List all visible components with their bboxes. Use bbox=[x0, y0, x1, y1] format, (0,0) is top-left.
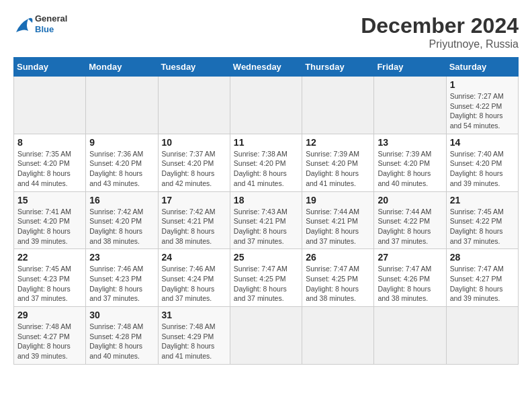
day-number: 16 bbox=[89, 195, 154, 205]
location: Priyutnoye, Russia bbox=[361, 38, 519, 50]
calendar-cell: 31 Sunrise: 7:48 AM Sunset: 4:29 PM Dayl… bbox=[158, 307, 230, 365]
day-number: 25 bbox=[234, 252, 298, 263]
dow-header-monday: Monday bbox=[86, 58, 158, 77]
day-number: 21 bbox=[450, 195, 515, 205]
calendar-cell bbox=[230, 307, 302, 365]
title-block: December 2024 Priyutnoye, Russia bbox=[361, 13, 519, 50]
calendar-cell: 23 Sunrise: 7:46 AM Sunset: 4:23 PM Dayl… bbox=[86, 249, 158, 307]
calendar-cell: 29 Sunrise: 7:48 AM Sunset: 4:27 PM Dayl… bbox=[14, 307, 86, 365]
day-info: Sunrise: 7:47 AM Sunset: 4:26 PM Dayligh… bbox=[378, 264, 442, 304]
day-info: Sunrise: 7:48 AM Sunset: 4:28 PM Dayligh… bbox=[89, 322, 154, 361]
calendar-cell bbox=[446, 307, 518, 365]
page-header: General Blue December 2024 Priyutnoye, R… bbox=[13, 13, 519, 50]
calendar-cell: 14 Sunrise: 7:40 AM Sunset: 4:20 PM Dayl… bbox=[446, 134, 518, 191]
calendar-cell: 1 Sunrise: 7:27 AM Sunset: 4:22 PM Dayli… bbox=[446, 77, 518, 134]
day-number: 9 bbox=[89, 137, 154, 148]
dow-header-thursday: Thursday bbox=[302, 58, 374, 77]
day-number: 23 bbox=[89, 252, 154, 263]
day-number: 15 bbox=[17, 195, 82, 205]
day-number: 31 bbox=[162, 310, 226, 320]
day-info: Sunrise: 7:42 AM Sunset: 4:20 PM Dayligh… bbox=[89, 207, 154, 246]
day-number: 12 bbox=[306, 137, 370, 148]
calendar-cell: 19 Sunrise: 7:44 AM Sunset: 4:21 PM Dayl… bbox=[302, 191, 374, 249]
calendar-cell: 27 Sunrise: 7:47 AM Sunset: 4:26 PM Dayl… bbox=[374, 249, 446, 307]
logo-bird-icon bbox=[13, 13, 34, 35]
day-number: 17 bbox=[162, 195, 226, 205]
calendar-cell: 11 Sunrise: 7:38 AM Sunset: 4:20 PM Dayl… bbox=[230, 134, 302, 191]
dow-header-wednesday: Wednesday bbox=[230, 58, 302, 77]
day-info: Sunrise: 7:48 AM Sunset: 4:27 PM Dayligh… bbox=[17, 322, 82, 361]
dow-header-saturday: Saturday bbox=[446, 58, 518, 77]
calendar-cell: 13 Sunrise: 7:39 AM Sunset: 4:20 PM Dayl… bbox=[374, 134, 446, 191]
day-number: 18 bbox=[234, 195, 298, 205]
day-info: Sunrise: 7:40 AM Sunset: 4:20 PM Dayligh… bbox=[450, 149, 515, 189]
day-number: 27 bbox=[378, 252, 442, 263]
calendar-cell: 25 Sunrise: 7:47 AM Sunset: 4:25 PM Dayl… bbox=[230, 249, 302, 307]
day-number: 24 bbox=[162, 252, 226, 263]
day-info: Sunrise: 7:47 AM Sunset: 4:25 PM Dayligh… bbox=[306, 264, 370, 304]
day-number: 19 bbox=[306, 195, 370, 205]
day-number: 13 bbox=[378, 137, 442, 148]
calendar-cell bbox=[230, 77, 302, 134]
calendar-cell: 16 Sunrise: 7:42 AM Sunset: 4:20 PM Dayl… bbox=[86, 191, 158, 249]
day-number: 1 bbox=[450, 79, 515, 90]
calendar-cell: 22 Sunrise: 7:45 AM Sunset: 4:23 PM Dayl… bbox=[14, 249, 86, 307]
calendar-cell bbox=[302, 77, 374, 134]
calendar-cell: 8 Sunrise: 7:35 AM Sunset: 4:20 PM Dayli… bbox=[14, 134, 86, 191]
day-info: Sunrise: 7:39 AM Sunset: 4:20 PM Dayligh… bbox=[378, 149, 442, 189]
day-info: Sunrise: 7:35 AM Sunset: 4:20 PM Dayligh… bbox=[17, 149, 82, 189]
calendar-week-1: 8 Sunrise: 7:35 AM Sunset: 4:20 PM Dayli… bbox=[14, 134, 519, 191]
calendar-week-2: 15 Sunrise: 7:41 AM Sunset: 4:20 PM Dayl… bbox=[14, 191, 519, 249]
calendar-cell bbox=[158, 77, 230, 134]
calendar-cell: 26 Sunrise: 7:47 AM Sunset: 4:25 PM Dayl… bbox=[302, 249, 374, 307]
day-info: Sunrise: 7:36 AM Sunset: 4:20 PM Dayligh… bbox=[89, 149, 154, 189]
day-info: Sunrise: 7:42 AM Sunset: 4:21 PM Dayligh… bbox=[162, 207, 226, 246]
calendar-cell: 24 Sunrise: 7:46 AM Sunset: 4:24 PM Dayl… bbox=[158, 249, 230, 307]
calendar-table: SundayMondayTuesdayWednesdayThursdayFrid… bbox=[13, 57, 519, 365]
calendar-cell bbox=[302, 307, 374, 365]
calendar-cell: 10 Sunrise: 7:37 AM Sunset: 4:20 PM Dayl… bbox=[158, 134, 230, 191]
day-info: Sunrise: 7:37 AM Sunset: 4:20 PM Dayligh… bbox=[162, 149, 226, 189]
day-number: 29 bbox=[17, 310, 82, 320]
day-info: Sunrise: 7:43 AM Sunset: 4:21 PM Dayligh… bbox=[234, 207, 298, 246]
calendar-cell bbox=[86, 77, 158, 134]
calendar-cell: 21 Sunrise: 7:45 AM Sunset: 4:22 PM Dayl… bbox=[446, 191, 518, 249]
calendar-cell: 18 Sunrise: 7:43 AM Sunset: 4:21 PM Dayl… bbox=[230, 191, 302, 249]
day-info: Sunrise: 7:46 AM Sunset: 4:23 PM Dayligh… bbox=[89, 264, 154, 304]
day-number: 10 bbox=[162, 137, 226, 148]
day-info: Sunrise: 7:38 AM Sunset: 4:20 PM Dayligh… bbox=[234, 149, 298, 189]
day-number: 8 bbox=[17, 137, 82, 148]
logo: General Blue bbox=[13, 13, 67, 35]
calendar-cell: 15 Sunrise: 7:41 AM Sunset: 4:20 PM Dayl… bbox=[14, 191, 86, 249]
day-info: Sunrise: 7:45 AM Sunset: 4:22 PM Dayligh… bbox=[450, 207, 515, 246]
calendar-cell: 9 Sunrise: 7:36 AM Sunset: 4:20 PM Dayli… bbox=[86, 134, 158, 191]
calendar-cell bbox=[374, 307, 446, 365]
day-info: Sunrise: 7:41 AM Sunset: 4:20 PM Dayligh… bbox=[17, 207, 82, 246]
logo-general: General bbox=[35, 13, 67, 24]
day-info: Sunrise: 7:27 AM Sunset: 4:22 PM Dayligh… bbox=[450, 91, 515, 131]
day-info: Sunrise: 7:48 AM Sunset: 4:29 PM Dayligh… bbox=[162, 322, 226, 361]
calendar-cell: 30 Sunrise: 7:48 AM Sunset: 4:28 PM Dayl… bbox=[86, 307, 158, 365]
calendar-cell bbox=[14, 77, 86, 134]
calendar-week-3: 22 Sunrise: 7:45 AM Sunset: 4:23 PM Dayl… bbox=[14, 249, 519, 307]
dow-header-tuesday: Tuesday bbox=[158, 58, 230, 77]
dow-header-sunday: Sunday bbox=[14, 58, 86, 77]
day-info: Sunrise: 7:39 AM Sunset: 4:20 PM Dayligh… bbox=[306, 149, 370, 189]
day-info: Sunrise: 7:46 AM Sunset: 4:24 PM Dayligh… bbox=[162, 264, 226, 304]
day-number: 11 bbox=[234, 137, 298, 148]
calendar-week-0: 1 Sunrise: 7:27 AM Sunset: 4:22 PM Dayli… bbox=[14, 77, 519, 134]
day-info: Sunrise: 7:47 AM Sunset: 4:27 PM Dayligh… bbox=[450, 264, 515, 304]
day-number: 14 bbox=[450, 137, 515, 148]
logo-blue: Blue bbox=[35, 24, 67, 35]
month-title: December 2024 bbox=[361, 13, 519, 38]
calendar-week-4: 29 Sunrise: 7:48 AM Sunset: 4:27 PM Dayl… bbox=[14, 307, 519, 365]
calendar-cell: 12 Sunrise: 7:39 AM Sunset: 4:20 PM Dayl… bbox=[302, 134, 374, 191]
day-info: Sunrise: 7:44 AM Sunset: 4:22 PM Dayligh… bbox=[378, 207, 442, 246]
day-number: 22 bbox=[17, 252, 82, 263]
day-info: Sunrise: 7:45 AM Sunset: 4:23 PM Dayligh… bbox=[17, 264, 82, 304]
day-info: Sunrise: 7:47 AM Sunset: 4:25 PM Dayligh… bbox=[234, 264, 298, 304]
calendar-cell: 28 Sunrise: 7:47 AM Sunset: 4:27 PM Dayl… bbox=[446, 249, 518, 307]
day-number: 30 bbox=[89, 310, 154, 320]
calendar-cell bbox=[374, 77, 446, 134]
day-info: Sunrise: 7:44 AM Sunset: 4:21 PM Dayligh… bbox=[306, 207, 370, 246]
